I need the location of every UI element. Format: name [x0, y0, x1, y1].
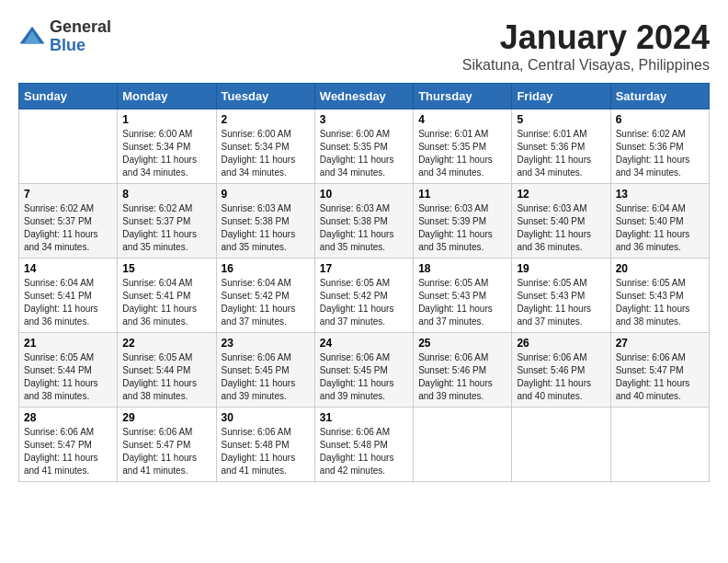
calendar-title: January 2024 — [462, 18, 710, 57]
day-info: Sunrise: 6:05 AM Sunset: 5:43 PM Dayligh… — [517, 277, 605, 328]
weekday-row: SundayMondayTuesdayWednesdayThursdayFrid… — [19, 84, 710, 109]
day-number: 28 — [24, 411, 112, 424]
day-info: Sunrise: 6:06 AM Sunset: 5:48 PM Dayligh… — [320, 426, 408, 477]
day-info: Sunrise: 6:05 AM Sunset: 5:42 PM Dayligh… — [320, 277, 408, 328]
day-number: 23 — [222, 337, 310, 350]
day-info: Sunrise: 6:02 AM Sunset: 5:37 PM Dayligh… — [122, 202, 210, 254]
day-number: 16 — [222, 262, 310, 275]
day-info: Sunrise: 6:06 AM Sunset: 5:47 PM Dayligh… — [122, 426, 210, 477]
calendar-week-1: 1Sunrise: 6:00 AM Sunset: 5:34 PM Daylig… — [19, 109, 710, 184]
day-number: 29 — [122, 411, 210, 424]
calendar-cell: 22Sunrise: 6:05 AM Sunset: 5:44 PM Dayli… — [118, 333, 216, 408]
calendar-header: SundayMondayTuesdayWednesdayThursdayFrid… — [19, 84, 710, 109]
calendar-cell: 8Sunrise: 6:02 AM Sunset: 5:37 PM Daylig… — [118, 184, 216, 259]
day-number: 18 — [418, 262, 506, 275]
calendar-cell: 4Sunrise: 6:01 AM Sunset: 5:35 PM Daylig… — [414, 109, 512, 184]
day-info: Sunrise: 6:02 AM Sunset: 5:37 PM Dayligh… — [24, 202, 112, 254]
day-info: Sunrise: 6:05 AM Sunset: 5:44 PM Dayligh… — [24, 351, 112, 403]
calendar-cell: 26Sunrise: 6:06 AM Sunset: 5:46 PM Dayli… — [512, 333, 610, 408]
day-info: Sunrise: 6:06 AM Sunset: 5:47 PM Dayligh… — [24, 426, 112, 477]
day-number: 22 — [122, 337, 210, 350]
weekday-header-saturday: Saturday — [610, 84, 709, 109]
day-number: 15 — [122, 262, 210, 275]
day-info: Sunrise: 6:06 AM Sunset: 5:45 PM Dayligh… — [222, 351, 310, 403]
calendar-cell: 12Sunrise: 6:03 AM Sunset: 5:40 PM Dayli… — [512, 184, 610, 259]
day-number: 24 — [320, 337, 408, 350]
day-number: 7 — [24, 188, 112, 201]
calendar-cell: 21Sunrise: 6:05 AM Sunset: 5:44 PM Dayli… — [19, 333, 118, 408]
day-info: Sunrise: 6:06 AM Sunset: 5:46 PM Dayligh… — [517, 351, 605, 403]
logo-blue-text: Blue — [50, 37, 111, 55]
day-info: Sunrise: 6:04 AM Sunset: 5:42 PM Dayligh… — [222, 277, 310, 328]
day-info: Sunrise: 6:05 AM Sunset: 5:44 PM Dayligh… — [122, 351, 210, 403]
day-info: Sunrise: 6:05 AM Sunset: 5:43 PM Dayligh… — [616, 277, 704, 328]
calendar-cell: 3Sunrise: 6:00 AM Sunset: 5:35 PM Daylig… — [314, 109, 413, 184]
calendar-cell: 1Sunrise: 6:00 AM Sunset: 5:34 PM Daylig… — [118, 109, 216, 184]
day-number: 13 — [616, 188, 704, 201]
day-info: Sunrise: 6:03 AM Sunset: 5:40 PM Dayligh… — [517, 202, 605, 254]
day-number: 11 — [418, 188, 506, 201]
day-number: 1 — [122, 113, 210, 126]
day-info: Sunrise: 6:00 AM Sunset: 5:35 PM Dayligh… — [320, 128, 408, 179]
day-number: 8 — [122, 188, 210, 201]
calendar-cell — [19, 109, 118, 184]
day-number: 20 — [616, 262, 704, 275]
weekday-header-friday: Friday — [512, 84, 610, 109]
day-info: Sunrise: 6:03 AM Sunset: 5:38 PM Dayligh… — [320, 202, 408, 254]
logo: General Blue — [18, 18, 111, 55]
logo-text: General Blue — [50, 18, 111, 55]
calendar-cell: 9Sunrise: 6:03 AM Sunset: 5:38 PM Daylig… — [216, 184, 314, 259]
day-number: 27 — [616, 337, 704, 350]
calendar-cell: 23Sunrise: 6:06 AM Sunset: 5:45 PM Dayli… — [216, 333, 314, 408]
calendar-cell: 17Sunrise: 6:05 AM Sunset: 5:42 PM Dayli… — [314, 259, 413, 333]
calendar-cell: 5Sunrise: 6:01 AM Sunset: 5:36 PM Daylig… — [512, 109, 610, 184]
day-number: 17 — [320, 262, 408, 275]
day-number: 25 — [418, 337, 506, 350]
calendar-cell: 11Sunrise: 6:03 AM Sunset: 5:39 PM Dayli… — [414, 184, 512, 259]
day-number: 31 — [320, 411, 408, 424]
calendar-week-4: 21Sunrise: 6:05 AM Sunset: 5:44 PM Dayli… — [19, 333, 710, 408]
day-number: 30 — [222, 411, 310, 424]
weekday-header-sunday: Sunday — [19, 84, 118, 109]
calendar-cell — [512, 408, 610, 482]
day-info: Sunrise: 6:00 AM Sunset: 5:34 PM Dayligh… — [222, 128, 310, 179]
calendar-cell: 20Sunrise: 6:05 AM Sunset: 5:43 PM Dayli… — [610, 259, 709, 333]
calendar-body: 1Sunrise: 6:00 AM Sunset: 5:34 PM Daylig… — [19, 109, 710, 482]
day-info: Sunrise: 6:04 AM Sunset: 5:40 PM Dayligh… — [616, 202, 704, 254]
calendar-week-3: 14Sunrise: 6:04 AM Sunset: 5:41 PM Dayli… — [19, 259, 710, 333]
day-info: Sunrise: 6:06 AM Sunset: 5:48 PM Dayligh… — [222, 426, 310, 477]
calendar-cell: 31Sunrise: 6:06 AM Sunset: 5:48 PM Dayli… — [314, 408, 413, 482]
calendar-cell: 2Sunrise: 6:00 AM Sunset: 5:34 PM Daylig… — [216, 109, 314, 184]
calendar-cell: 14Sunrise: 6:04 AM Sunset: 5:41 PM Dayli… — [19, 259, 118, 333]
calendar-week-5: 28Sunrise: 6:06 AM Sunset: 5:47 PM Dayli… — [19, 408, 710, 482]
day-info: Sunrise: 6:03 AM Sunset: 5:39 PM Dayligh… — [418, 202, 506, 254]
calendar-cell: 25Sunrise: 6:06 AM Sunset: 5:46 PM Dayli… — [414, 333, 512, 408]
calendar-cell — [414, 408, 512, 482]
logo-icon — [18, 23, 46, 51]
calendar-cell: 10Sunrise: 6:03 AM Sunset: 5:38 PM Dayli… — [314, 184, 413, 259]
day-info: Sunrise: 6:02 AM Sunset: 5:36 PM Dayligh… — [616, 128, 704, 179]
day-number: 4 — [418, 113, 506, 126]
calendar-cell: 29Sunrise: 6:06 AM Sunset: 5:47 PM Dayli… — [118, 408, 216, 482]
calendar-cell: 7Sunrise: 6:02 AM Sunset: 5:37 PM Daylig… — [19, 184, 118, 259]
day-number: 21 — [24, 337, 112, 350]
calendar-cell: 13Sunrise: 6:04 AM Sunset: 5:40 PM Dayli… — [610, 184, 709, 259]
header: General Blue January 2024 Sikatuna, Cent… — [18, 18, 710, 74]
calendar-subtitle: Sikatuna, Central Visayas, Philippines — [462, 57, 710, 74]
day-number: 26 — [517, 337, 605, 350]
calendar-table: SundayMondayTuesdayWednesdayThursdayFrid… — [18, 83, 710, 482]
day-number: 3 — [320, 113, 408, 126]
day-info: Sunrise: 6:06 AM Sunset: 5:45 PM Dayligh… — [320, 351, 408, 403]
day-info: Sunrise: 6:01 AM Sunset: 5:35 PM Dayligh… — [418, 128, 506, 179]
day-number: 14 — [24, 262, 112, 275]
weekday-header-monday: Monday — [118, 84, 216, 109]
day-info: Sunrise: 6:06 AM Sunset: 5:46 PM Dayligh… — [418, 351, 506, 403]
day-info: Sunrise: 6:05 AM Sunset: 5:43 PM Dayligh… — [418, 277, 506, 328]
day-info: Sunrise: 6:04 AM Sunset: 5:41 PM Dayligh… — [122, 277, 210, 328]
calendar-cell: 6Sunrise: 6:02 AM Sunset: 5:36 PM Daylig… — [610, 109, 709, 184]
calendar-cell: 16Sunrise: 6:04 AM Sunset: 5:42 PM Dayli… — [216, 259, 314, 333]
day-info: Sunrise: 6:03 AM Sunset: 5:38 PM Dayligh… — [222, 202, 310, 254]
day-info: Sunrise: 6:06 AM Sunset: 5:47 PM Dayligh… — [616, 351, 704, 403]
calendar-cell: 15Sunrise: 6:04 AM Sunset: 5:41 PM Dayli… — [118, 259, 216, 333]
calendar-cell: 24Sunrise: 6:06 AM Sunset: 5:45 PM Dayli… — [314, 333, 413, 408]
